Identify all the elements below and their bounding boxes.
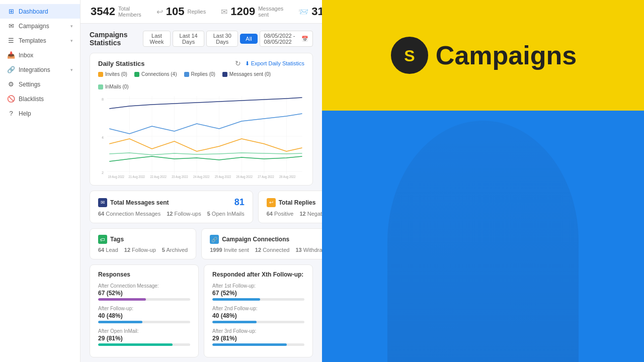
svg-text:S: S <box>404 47 415 65</box>
progress-fill <box>98 321 142 323</box>
daily-stats-header: Daily Statistics ↻ ⬇ Export Daily Statis… <box>98 59 304 67</box>
legend-invites: Invites (0) <box>98 71 127 77</box>
legend-dot-connections <box>134 72 139 77</box>
overlay-yellow-band: S Campaigns <box>322 0 644 111</box>
tags-icon: 🏷 <box>98 235 107 244</box>
legend-dot-replies <box>184 72 189 77</box>
person-silhouette <box>387 121 579 362</box>
daily-stats-chart: 8 4 2 <box>98 94 304 179</box>
sidebar-item-templates[interactable]: ☰ Templates ▾ <box>0 33 80 48</box>
progress-bar-3rd <box>212 343 304 346</box>
stat-inmails: 📨 31 InMails sent <box>298 5 322 18</box>
campaigns-stats-title: Campaigns Statistics <box>90 31 143 47</box>
filter-30-days[interactable]: Last 30 Days <box>206 31 238 47</box>
sidebar-item-blacklists[interactable]: 🚫 Blacklists <box>0 92 80 106</box>
daily-stats-title: Daily Statistics <box>98 60 145 67</box>
filter-14-days[interactable]: Last 14 Days <box>173 31 204 47</box>
chevron-down-icon: ▾ <box>70 38 73 43</box>
legend-messages: Messages sent (0) <box>222 71 271 77</box>
refresh-icon[interactable]: ↻ <box>235 59 241 67</box>
svg-text:2: 2 <box>102 170 104 175</box>
top-stats-bar: 3542 Total Members ↩ 105 Replies ✉ 1209 … <box>80 0 322 24</box>
progress-bar-1st <box>212 298 304 301</box>
sidebar-item-dashboard[interactable]: ⊞ Dashboard <box>0 4 80 19</box>
legend-dot-messages <box>222 72 227 77</box>
responded-3rd: After 3rd Follow-up: 29 (81%) <box>212 328 304 346</box>
sidebar-item-help[interactable]: ? Help <box>0 106 80 121</box>
progress-fill <box>212 343 287 346</box>
tags-details: 64 Lead 12 Follow-up 5 Archived <box>98 247 188 253</box>
tags-connections-grid: 🏷 Tags 64 Lead 12 Follow-up 5 Archived 🔗… <box>90 228 313 259</box>
sidebar-item-settings[interactable]: ⚙ Settings <box>0 77 80 92</box>
chevron-down-icon: ▾ <box>70 24 73 29</box>
responses-card: Responses After Connection Message: 67 (… <box>90 264 199 357</box>
responded-2nd: After 2nd Follow-up: 40 (48%) <box>212 306 304 323</box>
svg-text:4: 4 <box>102 135 104 140</box>
campaign-connections-card: 🔗 Campaign Connections 1999 Invite sent … <box>201 228 322 259</box>
sidebar-item-integrations[interactable]: 🔗 Integrations ▾ <box>0 62 80 77</box>
tags-card: 🏷 Tags 64 Lead 12 Follow-up 5 Archived <box>90 228 196 259</box>
legend-inmails: InMails (0) <box>98 84 129 89</box>
settings-icon: ⚙ <box>7 80 15 88</box>
response-inmail: After Open InMail: 29 (81%) <box>98 328 190 346</box>
legend-dot-invites <box>98 72 103 77</box>
svg-text:28 Aug 2022: 28 Aug 2022 <box>279 175 296 178</box>
total-replies-card: ↩ Total Replies 201 64 Positive 12 Negat… <box>258 191 322 223</box>
svg-text:27 Aug 2022: 27 Aug 2022 <box>258 175 274 178</box>
sidebar-item-campaigns[interactable]: ✉ Campaigns ▾ <box>0 19 80 33</box>
total-messages-card: ✉ Total Messages sent 81 64 Connection M… <box>90 191 253 223</box>
progress-bar-2nd <box>212 321 304 323</box>
inmail-icon: 📨 <box>298 7 308 17</box>
legend-dot-inmails <box>98 84 103 89</box>
responded-after-card: Responded after Xth Follow-up: After 1st… <box>204 264 313 357</box>
sidebar: ⊞ Dashboard ✉ Campaigns ▾ ☰ Templates ▾ … <box>0 0 80 362</box>
stat-replies: ↩ 105 Replies <box>156 5 206 18</box>
replies-card-icon: ↩ <box>267 198 276 207</box>
progress-fill <box>212 321 257 323</box>
dashboard-icon: ⊞ <box>7 8 15 15</box>
export-btn[interactable]: ⬇ Export Daily Statistics <box>245 60 304 67</box>
svg-text:24 Aug 2022: 24 Aug 2022 <box>193 175 210 178</box>
stat-total-members: 3542 Total Members <box>91 5 141 18</box>
filter-tabs: Last Week Last 14 Days Last 30 Days All … <box>143 31 313 47</box>
person-area <box>322 111 644 362</box>
stats-grid: ✉ Total Messages sent 81 64 Connection M… <box>90 191 313 223</box>
tags-header: 🏷 Tags <box>98 235 188 244</box>
legend-connections: Connections (4) <box>134 71 177 77</box>
campaigns-overlay: S Campaigns <box>322 0 644 362</box>
messages-card-icon: ✉ <box>98 198 107 207</box>
connections-icon: 🔗 <box>210 235 219 244</box>
svg-text:21 Aug 2022: 21 Aug 2022 <box>129 175 145 178</box>
chart-svg: 8 4 2 <box>98 94 304 179</box>
date-range-picker[interactable]: 08/05/2022 - 08/05/2022 📅 <box>260 31 313 47</box>
filter-last-week[interactable]: Last Week <box>143 31 171 47</box>
legend-replies: Replies (0) <box>184 71 215 77</box>
svg-text:26 Aug 2022: 26 Aug 2022 <box>236 175 253 178</box>
sidebar-item-inbox[interactable]: 📥 Inbox <box>0 48 80 62</box>
templates-icon: ☰ <box>7 37 15 44</box>
progress-bar-inmail <box>98 343 190 346</box>
responded-1st: After 1st Follow-up: 67 (52%) <box>212 283 304 301</box>
daily-stats-card: Daily Statistics ↻ ⬇ Export Daily Statis… <box>90 53 313 186</box>
total-replies-details: 64 Positive 12 Negative 5 Unknown <box>267 211 322 217</box>
progress-bar-connection <box>98 298 190 301</box>
chevron-down-icon: ▾ <box>70 67 73 72</box>
total-replies-header: ↩ Total Replies 201 <box>267 197 322 208</box>
response-connection: After Connection Message: 67 (52%) <box>98 283 190 301</box>
logo-svg: S <box>389 35 430 75</box>
filter-all[interactable]: All <box>240 34 257 44</box>
svg-text:25 Aug 2022: 25 Aug 2022 <box>215 175 231 178</box>
campaign-connections-header: 🔗 Campaign Connections <box>210 235 322 244</box>
blacklists-icon: 🚫 <box>7 95 15 103</box>
brand-text: Campaigns <box>436 40 577 70</box>
download-icon: ⬇ <box>245 60 250 67</box>
progress-bar-followup <box>98 321 190 323</box>
svg-text:19 Aug 2022: 19 Aug 2022 <box>108 175 125 178</box>
campaign-connections-details: 1999 Invite sent 12 Connected 13 Withdra… <box>210 247 322 253</box>
total-messages-header: ✉ Total Messages sent 81 <box>98 197 245 208</box>
progress-fill <box>98 298 146 301</box>
svg-text:22 Aug 2022: 22 Aug 2022 <box>150 175 167 178</box>
integrations-icon: 🔗 <box>7 66 15 73</box>
message-icon: ✉ <box>221 7 227 17</box>
daily-stats-actions: ↻ ⬇ Export Daily Statistics <box>235 59 304 67</box>
